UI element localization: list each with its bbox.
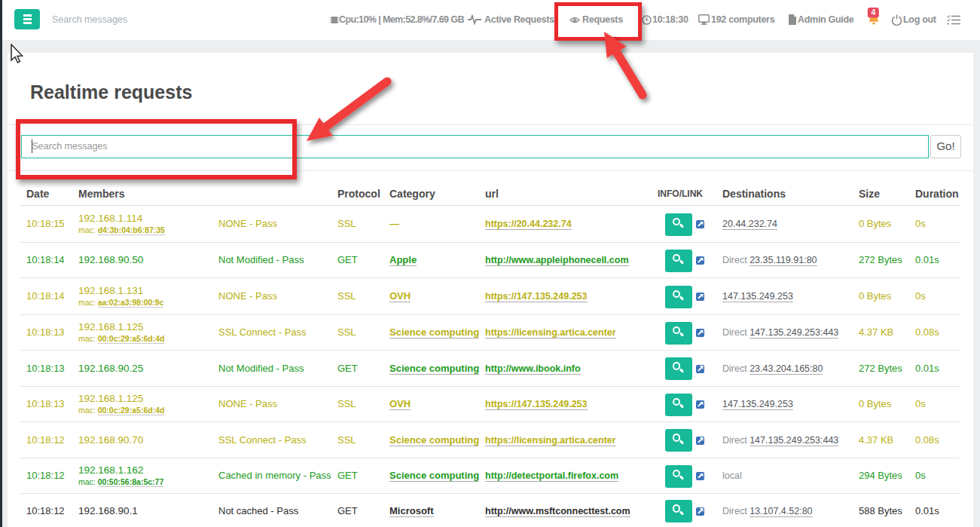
svg-text:4: 4: [871, 8, 875, 17]
